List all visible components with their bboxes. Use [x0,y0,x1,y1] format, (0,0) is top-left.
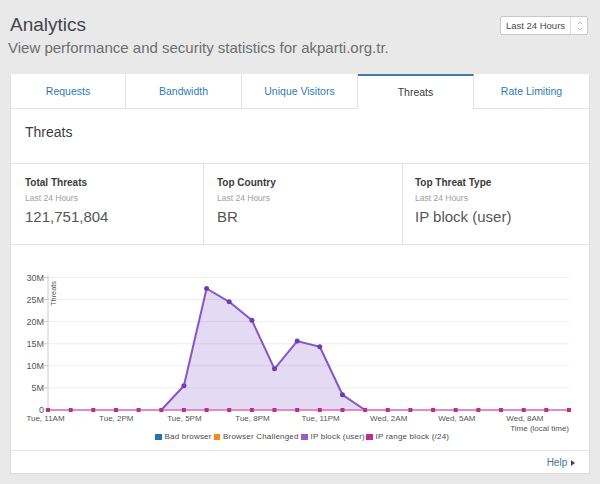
svg-text:Wed, 2AM: Wed, 2AM [370,414,408,423]
svg-text:Tue, 2PM: Tue, 2PM [99,414,134,423]
svg-text:Wed, 5AM: Wed, 5AM [438,414,476,423]
svg-text:20M: 20M [26,317,44,327]
svg-text:Tue, 8PM: Tue, 8PM [235,414,270,423]
svg-text:10M: 10M [26,361,44,371]
svg-text:30M: 30M [26,273,44,283]
svg-text:Time (local time): Time (local time) [510,424,569,433]
svg-text:15M: 15M [26,339,44,349]
svg-text:Tue, 5PM: Tue, 5PM [167,414,202,423]
svg-text:Threats: Threats [49,281,58,306]
svg-text:5M: 5M [31,383,44,393]
svg-text:25M: 25M [26,295,44,305]
svg-text:Tue, 11PM: Tue, 11PM [301,414,340,423]
svg-text:Wed, 8AM: Wed, 8AM [506,414,544,423]
svg-text:Tue, 11AM: Tue, 11AM [26,414,65,423]
